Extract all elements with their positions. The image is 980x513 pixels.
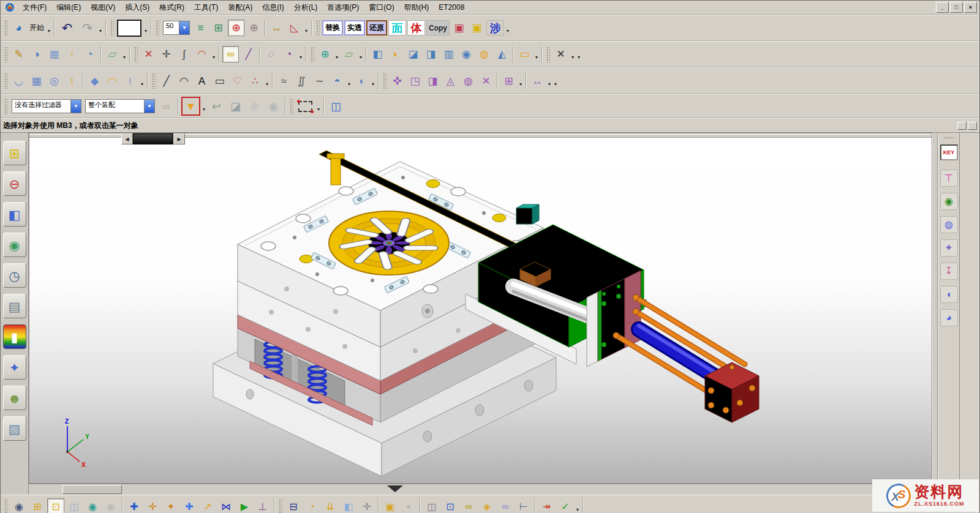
constraint-navigator-icon[interactable]: ⊖ [3,171,26,196]
internet-browser-icon[interactable]: ◉ [3,233,26,257]
resize-face-dropdown[interactable]: ▾ [546,73,552,89]
selection-filter-combo-arrow-icon[interactable]: ▼ [70,100,81,113]
selection-filter-combo[interactable]: 没有选择过滤器▼ [12,99,81,113]
divide-curve-icon[interactable]: ✛ [158,46,175,62]
arc-icon[interactable]: ◠ [176,73,192,89]
selection-scope-combo-arrow-icon[interactable]: ▼ [144,100,154,113]
redo-dropdown[interactable]: ▾ [97,20,104,36]
menu-window[interactable]: 窗口(O) [364,1,399,14]
datum-plane2-dropdown[interactable]: ▾ [358,47,364,62]
layer-settings-icon[interactable]: ≡ [192,20,209,36]
viewport-right-scrollbar[interactable] [932,133,938,495]
row2-overflow-dropdown[interactable]: ▾ [576,47,582,62]
circle-center-icon[interactable]: ◔ [281,46,297,62]
replace-face-icon[interactable]: ◨ [424,73,441,89]
wave-geometry-icon[interactable]: ◈ [478,498,496,513]
snapshot-gray-icon[interactable]: ◉ [102,498,119,513]
find-gray-icon[interactable]: ◉ [265,97,282,115]
menu-et2008[interactable]: ET2008 [434,2,469,13]
yellow-cube-icon[interactable]: ▣ [469,20,485,36]
trim-body-icon[interactable]: ◑ [28,46,45,62]
menu-format[interactable]: 格式(R) [154,1,189,14]
graphics-viewport[interactable]: ◀ ▶ [29,133,932,484]
hscrollbar-thumb[interactable] [62,485,122,494]
project-curve-icon[interactable]: ≈ [276,73,292,89]
object-color-swatch[interactable] [117,20,141,37]
pattern-component-icon[interactable]: ✦ [162,498,179,513]
through-curves-icon[interactable]: ▦ [28,73,45,89]
linked-body-dropdown[interactable]: ▾ [533,47,540,62]
edit-arrangement-icon[interactable]: ✛ [358,498,375,513]
sketch-icon[interactable]: ⊕ [317,46,333,62]
move-to-layer-icon[interactable]: ⊞ [210,20,227,36]
show-component-icon[interactable]: ⊡ [47,498,64,513]
roles-icon[interactable]: ☻ [3,386,26,410]
work-layer-combo-arrow-icon[interactable]: ▼ [179,21,189,34]
pad-icon[interactable]: ◪ [405,46,421,62]
bridge-curve-icon[interactable]: ◠ [194,46,210,62]
nx-start-icon[interactable]: ◕ [10,20,27,36]
add-instance-icon[interactable]: ✚ [181,498,198,513]
show-dof-icon[interactable]: ◔ [303,498,320,513]
new-component-icon[interactable]: ✛ [144,498,161,513]
delete-component-icon[interactable]: ◫ [423,498,440,513]
scroll-right-arrow[interactable]: ▶ [173,133,185,144]
perpendicular-icon[interactable]: ⊥ [254,498,271,513]
clearance-analysis-icon[interactable]: ✓ [557,498,574,513]
measure-angle-icon[interactable]: ◺ [286,20,303,36]
interpart-select-icon[interactable]: ∞ [157,97,175,115]
sketch-dropdown[interactable]: ▾ [334,47,340,62]
relations-browser-icon[interactable]: ⊢ [515,498,532,513]
measure-dropdown[interactable]: ▾ [303,20,309,36]
trim-curve-icon[interactable]: ✕ [140,46,157,62]
measure-distance-icon[interactable]: ↔ [268,20,285,36]
snap-point-dropdown[interactable]: ▾ [201,99,207,114]
scrollbar-thumb[interactable] [133,133,173,144]
display-as-whole-icon[interactable]: ⊡ [442,498,459,513]
sequence-icon[interactable]: ↠ [538,498,556,513]
work-layer-combo[interactable]: 50▼ [163,21,190,35]
boss-icon[interactable]: ◍ [476,46,492,62]
mold-pin-icon[interactable]: ↧ [940,263,958,280]
unsuppress-component-icon[interactable]: ▫ [400,498,417,513]
copy-face-dropdown[interactable]: ▾ [518,73,524,89]
row3-overflow-dropdown[interactable]: ▾ [552,73,559,89]
menu-file[interactable]: 文件(F) [18,1,51,14]
face-button[interactable]: 面 [388,20,406,36]
copy-face-icon[interactable]: ⊞ [500,73,517,89]
blend-face-icon[interactable]: ◬ [442,73,459,89]
swept-icon[interactable]: ◗ [387,46,404,62]
select-rectangle-icon[interactable] [298,101,312,112]
interference-button[interactable]: 涉 [486,20,504,36]
snap-point-icon[interactable]: ▼ [181,97,200,116]
studio-surface-icon[interactable]: ◆ [86,73,103,89]
remember-constraints-icon[interactable]: ⊟ [285,498,302,513]
mate-icon[interactable]: ▶ [236,498,253,513]
part-navigator-icon[interactable]: ◧ [3,202,26,227]
mold-slider-icon[interactable]: ◖ [940,286,958,303]
deselect-icon[interactable]: ↩ [208,97,225,115]
resize-face-icon[interactable]: ↔ [529,73,546,89]
datum-plane2-icon[interactable]: ▱ [341,46,357,62]
reposition-icon[interactable]: ⊕ [246,97,263,115]
gallery-icon[interactable]: ▨ [3,416,26,441]
transition-surface-icon[interactable]: ↕ [64,73,80,89]
scroll-left-arrow[interactable]: ◀ [121,133,133,144]
suppress-component-icon[interactable]: ▣ [382,498,399,513]
menu-preferences[interactable]: 首选项(P) [322,1,364,14]
sheet-mesh-icon[interactable]: ▦ [46,46,62,62]
menu-edit[interactable]: 编辑(E) [51,1,86,14]
mold-part-icon[interactable]: ◕ [940,309,958,326]
make-unique-icon[interactable]: ◧ [340,498,357,513]
bottom-overflow-dropdown[interactable]: ▾ [575,499,581,513]
chain-icon[interactable]: ∞ [222,46,239,62]
visualization-icon[interactable]: ▮ [3,324,26,349]
text-icon[interactable]: A [194,73,210,89]
close-button[interactable]: × [964,2,977,13]
rectangle-icon[interactable]: ▭ [211,73,228,89]
trim-body2-icon[interactable]: ▥ [440,46,457,62]
datum-extract-icon[interactable]: ↑ [64,46,80,62]
restore-button[interactable]: 还原 [366,20,387,36]
palette-icon[interactable]: ▤ [3,294,26,318]
replace-component-icon[interactable]: ⇊ [322,498,339,513]
